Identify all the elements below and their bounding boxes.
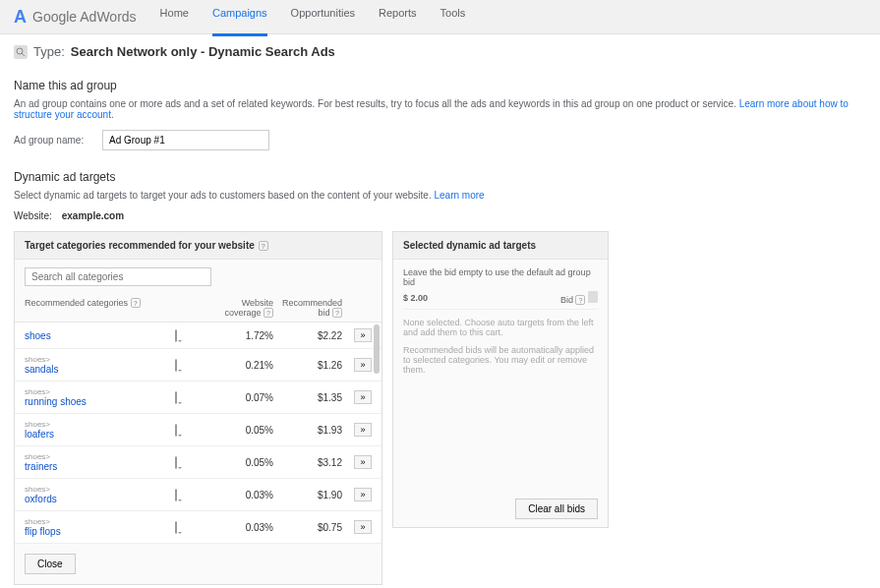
recommended-bid-value: $1.35 <box>273 392 342 403</box>
type-label: Type: <box>33 44 65 59</box>
category-row: shoes>loafers0.05%$1.93» <box>15 414 381 446</box>
nav-campaigns[interactable]: Campaigns <box>212 7 267 36</box>
chat-icon[interactable] <box>175 359 177 372</box>
empty-state-2: Recommended bids will be automatically a… <box>403 345 598 375</box>
nav-home[interactable]: Home <box>160 7 189 27</box>
nav-reports[interactable]: Reports <box>379 7 417 27</box>
section-desc: An ad group contains one or more ads and… <box>14 98 866 120</box>
add-category-button[interactable]: » <box>354 390 372 404</box>
adgroup-name-input[interactable] <box>102 130 269 150</box>
chat-icon[interactable] <box>175 456 177 469</box>
coverage-value: 0.05% <box>205 425 273 436</box>
coverage-value: 0.05% <box>205 457 273 468</box>
help-icon[interactable]: ? <box>264 308 273 318</box>
category-link[interactable]: sandals <box>25 364 58 375</box>
chat-icon[interactable] <box>175 489 177 501</box>
help-icon[interactable]: ? <box>131 298 141 308</box>
add-category-button[interactable]: » <box>354 520 372 534</box>
bid-column-label: Bid <box>560 295 573 305</box>
coverage-value: 1.72% <box>205 330 273 341</box>
name-ad-group-section: Name this ad group An ad group contains … <box>14 79 866 150</box>
category-row: shoes>oxfords0.03%$1.90» <box>15 479 381 511</box>
help-icon[interactable]: ? <box>332 308 342 318</box>
categories-panel-title: Target categories recommended for your w… <box>25 240 255 251</box>
col-recbid: Recommended bid ? <box>273 298 342 318</box>
default-bid-hint: Leave the bid empty to use the default a… <box>403 267 598 287</box>
category-row: shoes>trainers0.05%$3.12» <box>15 446 381 479</box>
add-category-button[interactable]: » <box>354 358 372 372</box>
nav-tabs: Home Campaigns Opportunities Reports Too… <box>160 7 466 27</box>
logo: A Google AdWords <box>14 7 137 28</box>
add-category-button[interactable]: » <box>354 455 372 469</box>
help-icon[interactable]: ? <box>259 241 268 251</box>
category-crumb: shoes> <box>25 517 175 526</box>
empty-state-1: None selected. Choose auto targets from … <box>403 318 598 337</box>
category-crumb: shoes> <box>25 420 175 429</box>
logo-icon: A <box>14 7 27 28</box>
default-bid-value: $ 2.00 <box>403 293 428 303</box>
recommended-bid-value: $2.22 <box>273 330 342 341</box>
website-label: Website: <box>14 210 52 221</box>
category-link[interactable]: oxfords <box>25 494 57 504</box>
coverage-value: 0.07% <box>205 392 273 403</box>
col-coverage: Website coverage ? <box>205 298 273 318</box>
category-link[interactable]: shoes <box>25 330 51 341</box>
chat-icon[interactable] <box>175 329 177 342</box>
add-category-button[interactable]: » <box>354 328 372 342</box>
recommended-bid-value: $3.12 <box>273 457 342 468</box>
category-search-input[interactable] <box>25 267 211 286</box>
col-recommended: Recommended categories ? <box>25 298 175 318</box>
category-row: shoes>flip flops0.03%$0.75» <box>15 511 381 544</box>
recommended-bid-value: $1.26 <box>273 360 342 371</box>
category-row: shoes>sandals0.21%$1.26» <box>15 349 381 382</box>
categories-panel: Target categories recommended for your w… <box>14 231 382 585</box>
clear-all-bids-button[interactable]: Clear all bids <box>515 499 598 519</box>
learn-more-link[interactable]: Learn more <box>434 190 484 201</box>
category-link[interactable]: flip flops <box>25 526 61 537</box>
category-link[interactable]: trainers <box>25 461 57 472</box>
coverage-value: 0.21% <box>205 360 273 371</box>
type-value: Search Network only - Dynamic Search Ads <box>71 44 335 59</box>
section-title: Dynamic ad targets <box>14 170 866 184</box>
trash-icon[interactable] <box>588 291 598 303</box>
website-value: example.com <box>62 210 124 221</box>
recommended-bid-value: $0.75 <box>273 522 342 533</box>
add-category-button[interactable]: » <box>354 423 372 437</box>
adgroup-name-label: Ad group name: <box>14 135 92 146</box>
close-button[interactable]: Close <box>25 554 76 574</box>
help-icon[interactable]: ? <box>575 295 585 305</box>
category-link[interactable]: running shoes <box>25 396 87 407</box>
category-row: shoes>running shoes0.07%$1.35» <box>15 382 381 414</box>
selected-panel-title: Selected dynamic ad targets <box>403 240 536 251</box>
coverage-value: 0.03% <box>205 490 273 500</box>
coverage-value: 0.03% <box>205 522 273 533</box>
scrollbar-thumb[interactable] <box>374 324 380 374</box>
section-title: Name this ad group <box>14 79 866 92</box>
category-link[interactable]: loafers <box>25 429 54 440</box>
search-type-icon <box>14 45 28 59</box>
recommended-bid-value: $1.93 <box>273 425 342 436</box>
add-category-button[interactable]: » <box>354 488 372 501</box>
logo-text: Google AdWords <box>32 9 137 25</box>
category-row: shoes1.72%$2.22» <box>15 323 381 349</box>
svg-line-1 <box>22 53 25 56</box>
chat-icon[interactable] <box>175 521 177 534</box>
category-crumb: shoes> <box>25 387 175 396</box>
category-crumb: shoes> <box>25 355 175 364</box>
chat-icon[interactable] <box>175 424 177 437</box>
categories-table: shoes1.72%$2.22»shoes>sandals0.21%$1.26»… <box>15 323 381 544</box>
category-crumb: shoes> <box>25 485 175 494</box>
campaign-type-row: Type: Search Network only - Dynamic Sear… <box>14 44 866 59</box>
recommended-bid-value: $1.90 <box>273 490 342 500</box>
category-crumb: shoes> <box>25 452 175 461</box>
selected-targets-panel: Selected dynamic ad targets Leave the bi… <box>392 231 609 528</box>
chat-icon[interactable] <box>175 391 177 404</box>
top-navigation: A Google AdWords Home Campaigns Opportun… <box>0 0 880 34</box>
section-desc: Select dynamic ad targets to target your… <box>14 190 866 201</box>
nav-tools[interactable]: Tools <box>440 7 466 27</box>
dynamic-targets-section: Dynamic ad targets Select dynamic ad tar… <box>14 170 866 588</box>
nav-opportunities[interactable]: Opportunities <box>291 7 355 27</box>
